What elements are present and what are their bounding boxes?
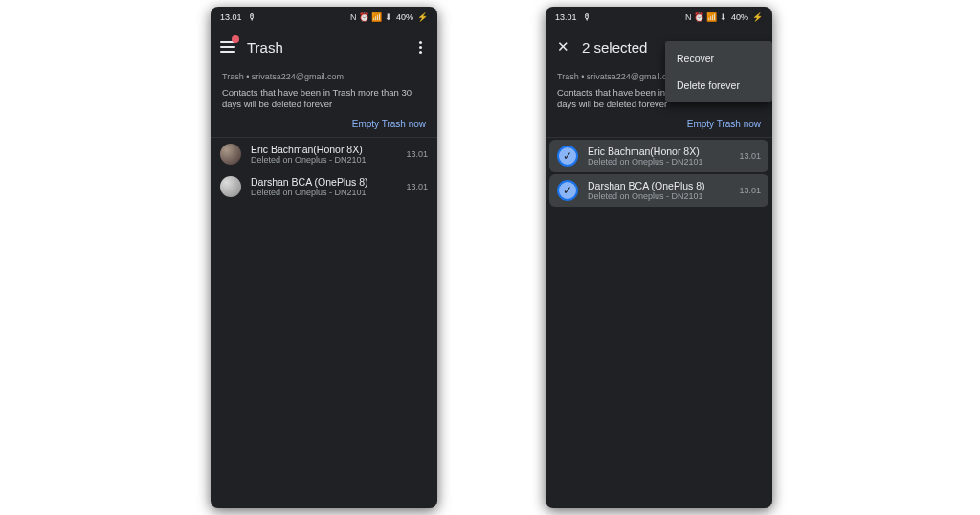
app-bar: Trash: [211, 28, 437, 66]
contact-name: Darshan BCA (OnePlus 8): [251, 176, 396, 188]
contact-row[interactable]: Darshan BCA (OnePlus 8) Deleted on Onepl…: [211, 170, 437, 203]
contact-time: 13.01: [739, 186, 761, 195]
status-battery: 40%: [731, 12, 748, 22]
hamburger-icon[interactable]: [218, 37, 237, 56]
contact-time: 13.01: [739, 151, 761, 161]
status-bar: 13.01 🎙 N ⏰ 📶 ⬇ 40% ⚡: [211, 7, 437, 28]
more-icon[interactable]: [411, 37, 430, 56]
contact-name: Eric Bachman(Honor 8X): [588, 146, 729, 157]
selected-check-icon: ✓: [557, 180, 578, 201]
breadcrumb: Trash • srivatsa224@gmail.com: [222, 72, 426, 81]
page-title: Trash: [247, 39, 401, 56]
hamburger-badge-icon: [232, 35, 239, 43]
contact-subtitle: Deleted on Oneplus - DN2101: [588, 191, 729, 201]
status-battery: 40%: [396, 12, 413, 22]
info-block: Trash • srivatsa224@gmail.com Contacts t…: [211, 66, 437, 138]
contact-name: Darshan BCA (OnePlus 8): [588, 180, 729, 191]
contact-list: ✓ Eric Bachman(Honor 8X) Deleted on Onep…: [546, 138, 772, 508]
contact-row-selected[interactable]: ✓ Darshan BCA (OnePlus 8) Deleted on One…: [549, 174, 768, 207]
empty-trash-button[interactable]: Empty Trash now: [222, 119, 426, 129]
info-text: Contacts that have been in Trash more th…: [222, 87, 426, 111]
close-icon[interactable]: ✕: [553, 37, 572, 56]
contact-list: Eric Bachman(Honor 8X) Deleted on Oneplu…: [211, 138, 437, 508]
mic-icon: 🎙: [583, 12, 591, 22]
contact-name: Eric Bachman(Honor 8X): [251, 144, 396, 155]
contact-subtitle: Deleted on Oneplus - DN2101: [251, 188, 396, 197]
phone-screen-trash: 13.01 🎙 N ⏰ 📶 ⬇ 40% ⚡ Trash Trash • sriv…: [211, 7, 437, 508]
contact-subtitle: Deleted on Oneplus - DN2101: [251, 155, 396, 165]
avatar: [220, 144, 241, 165]
empty-trash-button[interactable]: Empty Trash now: [557, 119, 761, 129]
contact-time: 13.01: [406, 149, 428, 159]
avatar: [220, 176, 241, 197]
contact-subtitle: Deleted on Oneplus - DN2101: [588, 157, 729, 167]
menu-item-recover[interactable]: Recover: [665, 45, 772, 72]
mic-icon: 🎙: [248, 12, 256, 22]
status-time: 13.01: [220, 12, 242, 22]
status-indicators: N ⏰ 📶 ⬇: [685, 12, 727, 22]
selected-check-icon: ✓: [557, 146, 578, 167]
overflow-menu: Recover Delete forever: [665, 41, 772, 102]
contact-time: 13.01: [406, 182, 428, 191]
status-bar: 13.01 🎙 N ⏰ 📶 ⬇ 40% ⚡: [546, 7, 772, 28]
contact-row-selected[interactable]: ✓ Eric Bachman(Honor 8X) Deleted on Onep…: [549, 140, 768, 172]
phone-screen-selection: 13.01 🎙 N ⏰ 📶 ⬇ 40% ⚡ ✕ 2 selected Recov…: [546, 7, 772, 508]
status-time: 13.01: [555, 12, 577, 22]
charging-icon: ⚡: [752, 12, 763, 22]
charging-icon: ⚡: [417, 12, 428, 22]
contact-row[interactable]: Eric Bachman(Honor 8X) Deleted on Oneplu…: [211, 138, 437, 170]
status-indicators: N ⏰ 📶 ⬇: [350, 12, 392, 22]
menu-item-delete-forever[interactable]: Delete forever: [665, 72, 772, 99]
